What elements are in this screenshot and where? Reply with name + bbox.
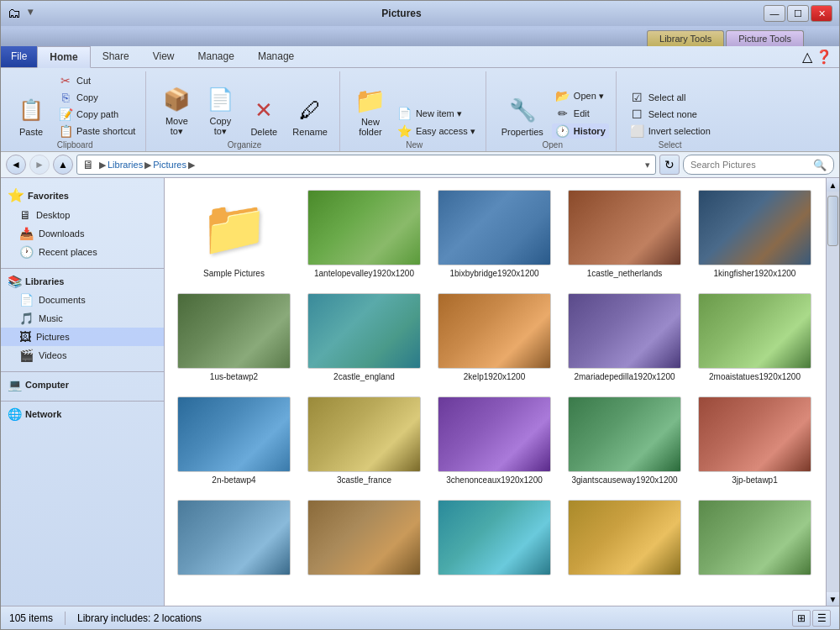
detail-view-button[interactable]: ☰ bbox=[812, 610, 831, 627]
list-item[interactable]: 3giantscauseway1920x1200 bbox=[564, 393, 685, 488]
list-item[interactable]: 3castle_france bbox=[303, 393, 425, 488]
maximize-button[interactable]: ☐ bbox=[787, 5, 809, 22]
file-name: 3jp-betawp1 bbox=[732, 475, 777, 485]
list-item[interactable] bbox=[564, 496, 685, 582]
file-name: 1bixbybridge1920x1200 bbox=[449, 269, 538, 278]
network-header[interactable]: 🌐 Network bbox=[1, 405, 164, 423]
address-dropdown-icon[interactable]: ▾ bbox=[645, 160, 650, 171]
picture-tools-tab[interactable]: Picture Tools bbox=[726, 30, 804, 46]
list-item[interactable]: 1castle_netherlands bbox=[564, 186, 685, 281]
select-all-button[interactable]: ☑ Select all bbox=[627, 90, 690, 105]
list-item[interactable] bbox=[173, 496, 295, 582]
file-area: 📁 Sample Pictures 1antelopevalley1920x12… bbox=[165, 178, 826, 606]
list-item[interactable]: 2castle_england bbox=[303, 290, 425, 385]
back-button[interactable]: ◄ bbox=[6, 155, 26, 175]
list-item[interactable]: 1antelopevalley1920x1200 bbox=[303, 186, 425, 281]
new-folder-button[interactable]: 📁 Newfolder bbox=[350, 83, 391, 139]
sidebar-item-desktop[interactable]: 🖥 Desktop bbox=[1, 206, 164, 224]
list-item[interactable]: 1kingfisher1920x1200 bbox=[694, 186, 816, 281]
history-button[interactable]: 🕐 History bbox=[552, 123, 609, 139]
paste-shortcut-button[interactable]: 📋 Paste shortcut bbox=[55, 123, 139, 139]
sidebar-item-pictures[interactable]: 🖼 Pictures bbox=[1, 328, 164, 346]
sidebar-item-music[interactable]: 🎵 Music bbox=[1, 309, 164, 328]
tab-file[interactable]: File bbox=[1, 46, 37, 67]
file-name: 2castle_england bbox=[333, 372, 395, 381]
refresh-button[interactable]: ↻ bbox=[659, 155, 680, 175]
list-item[interactable]: 1bixbybridge1920x1200 bbox=[433, 186, 555, 281]
vertical-scrollbar[interactable]: ▲ ▼ bbox=[826, 178, 839, 606]
folder-icon: 📁 bbox=[201, 201, 268, 255]
open-button[interactable]: 📂 Open ▾ bbox=[552, 88, 607, 103]
list-item[interactable]: 2n-betawp4 bbox=[173, 393, 295, 488]
copy-button[interactable]: ⎘ Copy bbox=[55, 90, 102, 105]
tab-view[interactable]: View bbox=[141, 46, 186, 67]
scroll-track[interactable] bbox=[827, 192, 839, 592]
tab-home[interactable]: Home bbox=[37, 46, 90, 68]
tab-manage-picture[interactable]: Manage bbox=[246, 46, 306, 67]
select-none-button[interactable]: ☐ Select none bbox=[627, 107, 701, 122]
desktop-label: Desktop bbox=[36, 210, 70, 220]
copy-path-button[interactable]: 📝 Copy path bbox=[55, 107, 122, 122]
list-item[interactable]: 2kelp1920x1200 bbox=[433, 290, 555, 385]
file-name: 2n-betawp4 bbox=[212, 475, 255, 485]
library-tools-tab[interactable]: Library Tools bbox=[647, 30, 724, 46]
paste-button[interactable]: 📋 Paste bbox=[11, 93, 51, 139]
sidebar-item-videos[interactable]: 🎬 Videos bbox=[1, 346, 164, 365]
address-pictures[interactable]: Pictures bbox=[153, 160, 186, 170]
copy-label: Copy bbox=[76, 92, 98, 102]
minimize-button[interactable]: — bbox=[764, 5, 785, 22]
easy-access-button[interactable]: ⭐ Easy access ▾ bbox=[394, 123, 479, 139]
edit-button[interactable]: ✏ Edit bbox=[552, 106, 593, 121]
open-items: 🔧 Properties 📂 Open ▾ ✏ Edit bbox=[496, 73, 609, 139]
paste-shortcut-label: Paste shortcut bbox=[76, 126, 135, 136]
address-libraries[interactable]: Libraries bbox=[108, 160, 143, 170]
list-item[interactable]: 1us-betawp2 bbox=[173, 290, 295, 385]
new-item-button[interactable]: 📄 New item ▾ bbox=[394, 106, 465, 121]
list-item[interactable] bbox=[694, 496, 816, 582]
edit-icon: ✏ bbox=[555, 107, 570, 120]
sidebar-item-recent[interactable]: 🕐 Recent places bbox=[1, 243, 164, 261]
tab-share[interactable]: Share bbox=[91, 46, 141, 67]
cut-button[interactable]: ✂ Cut bbox=[55, 73, 94, 88]
list-item[interactable]: 📁 Sample Pictures bbox=[173, 186, 295, 281]
computer-header[interactable]: 💻 Computer bbox=[1, 375, 164, 394]
help-collapse-icon[interactable]: △ bbox=[802, 49, 812, 65]
new-group-label: New bbox=[406, 139, 423, 151]
search-box[interactable]: 🔍 bbox=[683, 155, 834, 175]
rename-button[interactable]: 🖊 Rename bbox=[287, 93, 333, 139]
large-icon-view-button[interactable]: ⊞ bbox=[792, 610, 811, 627]
sidebar-item-documents[interactable]: 📄 Documents bbox=[1, 291, 164, 309]
list-item[interactable] bbox=[303, 496, 425, 582]
recent-label: Recent places bbox=[39, 247, 97, 257]
list-item[interactable] bbox=[433, 496, 555, 582]
copy-to-button[interactable]: 📄 Copyto▾ bbox=[200, 82, 240, 139]
library-info: Library includes: 2 locations bbox=[77, 612, 202, 624]
tab-manage-library[interactable]: Manage bbox=[186, 46, 246, 67]
properties-button[interactable]: 🔧 Properties bbox=[496, 93, 549, 139]
invert-selection-button[interactable]: ⬜ Invert selection bbox=[627, 123, 714, 139]
list-item[interactable]: 3chenonceaux1920x1200 bbox=[433, 393, 555, 488]
help-icon[interactable]: ❓ bbox=[816, 49, 832, 65]
scroll-thumb[interactable] bbox=[827, 196, 838, 246]
address-bar: ◄ ► ▲ 🖥 ▶ Libraries ▶ Pictures ▶ ▾ ↻ 🔍 bbox=[1, 152, 839, 178]
forward-button[interactable]: ► bbox=[29, 155, 50, 175]
videos-label: Videos bbox=[39, 350, 66, 360]
address-box[interactable]: 🖥 ▶ Libraries ▶ Pictures ▶ ▾ bbox=[76, 155, 656, 175]
up-button[interactable]: ▲ bbox=[53, 155, 73, 175]
list-item[interactable]: 3jp-betawp1 bbox=[694, 393, 816, 488]
search-input[interactable] bbox=[690, 160, 810, 170]
move-to-button[interactable]: 📦 Moveto▾ bbox=[156, 82, 197, 139]
close-button[interactable]: ✕ bbox=[811, 5, 832, 22]
move-to-label: Moveto▾ bbox=[165, 116, 188, 137]
delete-button[interactable]: ✕ Delete bbox=[244, 93, 284, 139]
list-item[interactable]: 2moaistatues1920x1200 bbox=[694, 290, 816, 385]
libraries-header[interactable]: 📚 Libraries bbox=[1, 272, 164, 291]
open-group-label: Open bbox=[543, 139, 563, 151]
scroll-up-button[interactable]: ▲ bbox=[827, 178, 839, 192]
paste-icon: 📋 bbox=[16, 95, 46, 125]
scroll-down-button[interactable]: ▼ bbox=[827, 592, 839, 606]
sidebar-item-downloads[interactable]: 📥 Downloads bbox=[1, 224, 164, 243]
favorites-header[interactable]: ⭐ Favorites bbox=[1, 185, 164, 206]
list-item[interactable]: 2mariadepedilla1920x1200 bbox=[564, 290, 685, 385]
copy-path-icon: 📝 bbox=[58, 108, 73, 121]
